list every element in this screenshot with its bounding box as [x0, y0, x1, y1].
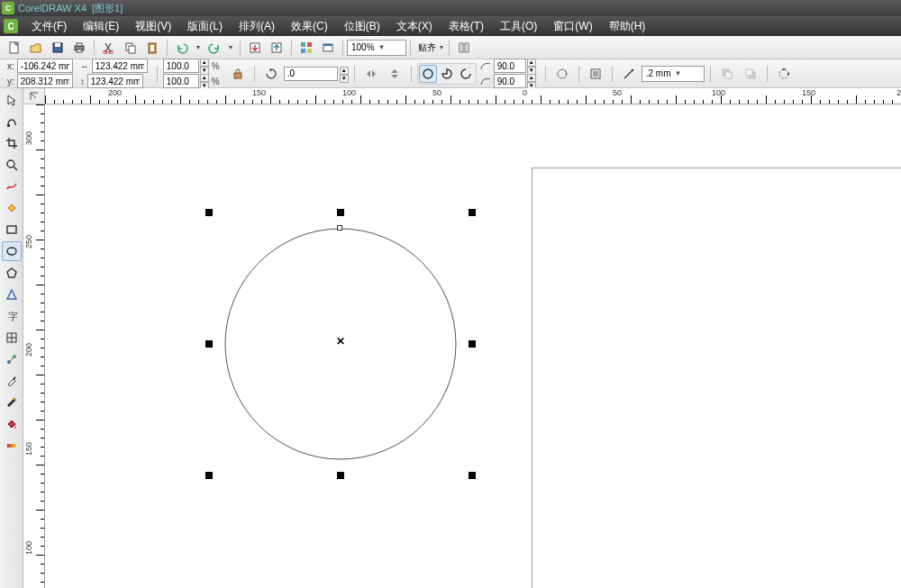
outline-tool[interactable]	[2, 393, 22, 412]
open-button[interactable]	[26, 38, 46, 58]
menu-arrange[interactable]: 排列(A)	[231, 16, 283, 37]
import-button[interactable]	[245, 38, 265, 58]
scale-y-input[interactable]	[163, 74, 199, 88]
center-marker[interactable]: ✕	[336, 335, 345, 348]
app-title: CorelDRAW X4	[18, 3, 86, 14]
scale-x-spinner[interactable]: ▲▼	[200, 59, 209, 73]
ellipse-tool[interactable]	[2, 241, 22, 261]
paste-button[interactable]	[142, 38, 162, 58]
copy-button[interactable]	[121, 38, 141, 58]
app-launcher-button[interactable]	[296, 38, 316, 58]
ellipse-arc-button[interactable]	[457, 65, 475, 83]
ellipse-node[interactable]	[337, 225, 342, 231]
resize-handle-s[interactable]	[337, 472, 344, 479]
undo-button[interactable]	[172, 38, 192, 58]
outline-width-combo[interactable]: .2 mm ▼	[642, 66, 705, 82]
menu-file[interactable]: 文件(F)	[23, 16, 75, 37]
direction-button[interactable]	[552, 64, 572, 84]
menu-layout[interactable]: 版面(L)	[179, 16, 231, 37]
svg-rect-15	[307, 42, 312, 47]
redo-dropdown[interactable]: ▼	[226, 38, 235, 58]
to-front-button[interactable]	[717, 64, 737, 84]
mirror-v-button[interactable]	[385, 64, 405, 84]
fill-tool[interactable]	[2, 414, 22, 434]
rotation-input[interactable]	[284, 67, 338, 81]
resize-handle-w[interactable]	[205, 340, 213, 348]
export-button[interactable]	[267, 38, 287, 58]
menu-table[interactable]: 表格(T)	[441, 16, 492, 37]
table-tool[interactable]	[2, 328, 22, 348]
svg-rect-33	[7, 124, 10, 127]
undo-dropdown[interactable]: ▼	[194, 38, 203, 58]
menu-tools[interactable]: 工具(O)	[492, 16, 545, 37]
welcome-button[interactable]	[318, 38, 338, 58]
zoom-combo[interactable]: 100% ▼	[347, 40, 406, 56]
resize-handle-nw[interactable]	[205, 209, 213, 216]
convert-to-curves-button[interactable]	[774, 64, 794, 84]
svg-rect-22	[234, 73, 241, 78]
svg-rect-14	[301, 42, 305, 47]
pick-tool[interactable]	[2, 90, 22, 110]
ellipse-pie-button[interactable]	[438, 65, 456, 83]
angle-start-spinner[interactable]: ▲▼	[527, 59, 536, 73]
resize-handle-se[interactable]	[469, 472, 476, 479]
resize-handle-n[interactable]	[337, 209, 344, 216]
mirror-h-button[interactable]	[361, 64, 381, 84]
ruler-h-label: 100	[342, 88, 356, 97]
angle-end-spinner[interactable]: ▲▼	[527, 74, 536, 88]
interactive-fill-tool[interactable]	[2, 436, 22, 456]
zoom-tool[interactable]	[2, 155, 22, 175]
new-button[interactable]	[5, 38, 24, 58]
ruler-horizontal[interactable]: 20015010050050100150200	[45, 88, 901, 104]
rotation-spinner[interactable]: ▲▼	[340, 67, 349, 81]
canvas[interactable]: ✕	[45, 104, 901, 588]
angle-end-input[interactable]	[494, 74, 526, 88]
rectangle-tool[interactable]	[2, 220, 22, 240]
separator	[291, 40, 292, 56]
y-input[interactable]	[17, 74, 73, 88]
crop-tool[interactable]	[2, 133, 22, 153]
chevron-down-icon: ▼	[674, 69, 681, 77]
to-back-button[interactable]	[741, 64, 760, 84]
ruler-origin[interactable]	[23, 88, 45, 104]
freehand-tool[interactable]	[2, 176, 22, 196]
smart-fill-tool[interactable]	[2, 198, 22, 218]
interactive-tool[interactable]	[2, 349, 22, 369]
menu-text[interactable]: 文本(X)	[388, 16, 441, 37]
svg-rect-17	[307, 49, 312, 53]
save-button[interactable]	[48, 38, 68, 58]
angle-start-input[interactable]	[494, 59, 526, 73]
width-input[interactable]	[92, 59, 148, 73]
wrap-text-button[interactable]	[586, 64, 605, 84]
scale-x-input[interactable]	[163, 59, 199, 73]
ruler-h-label: 50	[432, 88, 441, 97]
snap-dropdown[interactable]: 贴齐 ▾	[414, 40, 445, 56]
menu-edit[interactable]: 编辑(E)	[75, 16, 127, 37]
menu-window[interactable]: 窗口(W)	[545, 16, 600, 37]
cut-button[interactable]	[99, 38, 119, 58]
ruler-vertical[interactable]: 300250200150100	[23, 104, 45, 588]
menu-view[interactable]: 视图(V)	[127, 16, 179, 37]
resize-handle-sw[interactable]	[205, 472, 213, 479]
menu-effects[interactable]: 效果(C)	[283, 16, 336, 37]
redo-button[interactable]	[205, 38, 224, 58]
scale-y-spinner[interactable]: ▲▼	[200, 74, 209, 88]
resize-handle-e[interactable]	[469, 340, 476, 348]
height-input[interactable]	[87, 74, 143, 88]
selected-ellipse[interactable]: ✕	[216, 220, 465, 468]
basic-shapes-tool[interactable]	[2, 285, 22, 304]
resize-handle-ne[interactable]	[469, 209, 476, 216]
menu-help[interactable]: 帮助(H)	[601, 16, 654, 37]
polygon-tool[interactable]	[2, 263, 22, 283]
menu-bitmap[interactable]: 位图(B)	[336, 16, 388, 37]
ellipse-full-button[interactable]	[419, 65, 437, 83]
x-input[interactable]	[17, 59, 73, 73]
options-button[interactable]	[454, 38, 474, 58]
eyedropper-tool[interactable]	[2, 371, 22, 391]
standard-toolbar: ▼ ▼ 100% ▼ 贴齐 ▾	[0, 36, 901, 59]
text-tool[interactable]: 字	[2, 306, 22, 326]
svg-rect-20	[460, 43, 463, 52]
lock-ratio-button[interactable]	[228, 64, 248, 84]
shape-tool[interactable]	[2, 112, 22, 131]
print-button[interactable]	[69, 38, 89, 58]
